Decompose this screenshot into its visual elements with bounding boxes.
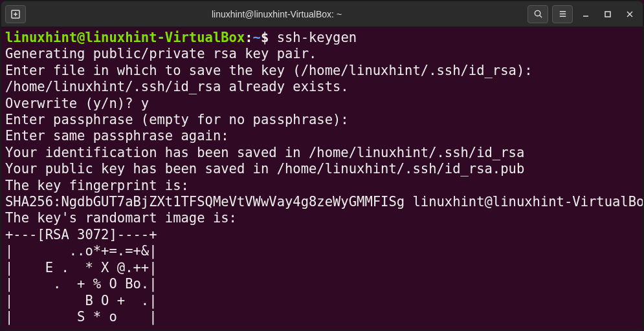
output-line: Enter same passphrase again: [5,128,229,144]
output-line: Generating public/private rsa key pair. [5,46,316,61]
output-line: +---[RSA 3072]----+ [5,227,157,242]
output-line: Overwrite (y/n)? y [5,96,149,111]
output-line: Enter passphrase (empty for no passphras… [5,112,349,127]
prompt-colon: : [245,30,252,45]
titlebar-left [5,5,26,23]
prompt-user-host: linuxhint@linuxhint-VirtualBox [5,30,245,45]
close-icon [625,10,634,19]
titlebar: linuxhint@linuxhint-VirtualBox: ~ [1,1,643,27]
output-line: | B O + .| [5,293,157,308]
new-tab-button[interactable] [5,5,26,23]
minimize-icon [581,10,590,19]
prompt-path: ~ [253,30,261,45]
svg-rect-9 [605,12,610,17]
output-line: | ..o*+=.=+&| [5,243,157,259]
new-tab-icon [10,9,21,19]
search-icon [533,9,543,19]
command: ssh-keygen [277,30,357,45]
terminal-window: linuxhint@linuxhint-VirtualBox: ~ [0,0,644,331]
command-text [269,30,276,45]
svg-point-3 [535,10,540,16]
output-line: /home/linuxhint/.ssh/id_rsa already exis… [5,79,349,94]
minimize-button[interactable] [577,5,595,23]
output-line: Your public key has been saved in /home/… [5,161,524,176]
titlebar-right [527,5,639,23]
output-line: Your identification has been saved in /h… [5,145,524,160]
menu-button[interactable] [552,5,573,23]
terminal-body[interactable]: linuxhint@linuxhint-VirtualBox:~$ ssh-ke… [1,27,643,330]
output-line: The key fingerprint is: [5,178,189,193]
maximize-icon [603,10,612,19]
prompt-symbol: $ [261,30,269,45]
output-line: | . + % O Bo.| [5,276,157,292]
close-button[interactable] [621,5,639,23]
output-line: The key's randomart image is: [5,210,237,226]
output-line: | E . * X @.++| [5,260,157,275]
search-button[interactable] [527,5,548,23]
maximize-button[interactable] [599,5,617,23]
window-title: linuxhint@linuxhint-VirtualBox: ~ [30,9,524,19]
svg-line-4 [539,16,541,17]
output-line: Enter file in which to save the key (/ho… [5,63,533,78]
output-line: | S * o | [5,309,157,325]
hamburger-icon [558,9,568,19]
output-line: SHA256:NgdbGUT7aBjZXt1TFSQMeVtVWwVay4g8z… [5,194,643,209]
